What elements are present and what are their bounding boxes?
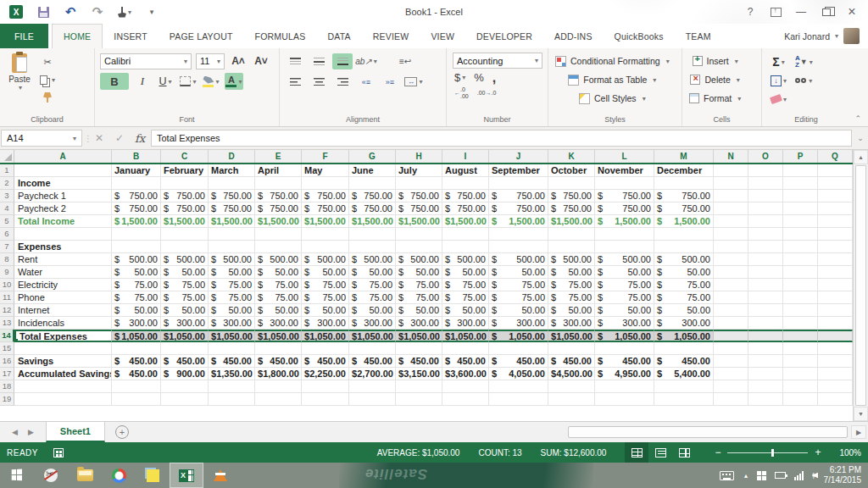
cell-L17[interactable]: $4,950.00	[595, 368, 654, 380]
cell-H3[interactable]: $750.00	[396, 190, 442, 202]
cell-E7[interactable]	[255, 241, 302, 253]
restore-icon[interactable]	[815, 3, 837, 20]
zoom-slider[interactable]	[727, 452, 808, 453]
cancel-icon[interactable]: ✕	[90, 130, 108, 147]
paste-button[interactable]: Paste ▾	[2, 51, 37, 92]
cell-P2[interactable]	[783, 177, 818, 190]
cell-J19[interactable]	[489, 393, 548, 406]
cell-F4[interactable]: $750.00	[302, 202, 349, 215]
cell-G14[interactable]: $1,050.00	[349, 330, 396, 342]
next-sheet-icon[interactable]: ▶	[28, 428, 34, 436]
cell-N11[interactable]	[714, 291, 748, 304]
cell-B13[interactable]: $300.00	[112, 317, 161, 330]
taskbar-chrome-icon[interactable]	[102, 463, 136, 488]
cell-K14[interactable]: $1,050.00	[548, 330, 595, 342]
cell-F17[interactable]: $2,250.00	[302, 368, 349, 380]
cell-J18[interactable]	[489, 380, 548, 393]
tab-page-layout[interactable]: PAGE LAYOUT	[159, 24, 244, 48]
cell-D17[interactable]: $1,350.00	[209, 368, 255, 380]
tab-developer[interactable]: DEVELOPER	[465, 24, 543, 48]
cell-F16[interactable]: $450.00	[302, 355, 349, 368]
bottom-align-icon[interactable]	[332, 53, 353, 69]
cell-L14[interactable]: $1,050.00	[595, 330, 654, 342]
tab-review[interactable]: REVIEW	[362, 24, 420, 48]
italic-button[interactable]: I	[133, 73, 152, 90]
cell-H1[interactable]: July	[396, 164, 442, 177]
cell-B9[interactable]: $50.00	[112, 266, 161, 279]
cell-C17[interactable]: $900.00	[161, 368, 209, 380]
cell-D11[interactable]: $75.00	[209, 291, 255, 304]
cell-B19[interactable]	[112, 393, 161, 406]
cell-I6[interactable]	[442, 228, 489, 241]
merge-center-icon[interactable]: ↔▾	[403, 74, 424, 90]
cell-J2[interactable]	[489, 177, 548, 190]
zoom-in-icon[interactable]: +	[815, 446, 821, 458]
cell-D14[interactable]: $1,050.00	[209, 330, 255, 342]
cell-P4[interactable]	[783, 202, 818, 215]
excel-logo-icon[interactable]: X	[8, 4, 24, 19]
cell-N19[interactable]	[714, 393, 748, 406]
cell-N3[interactable]	[714, 190, 748, 202]
cell-E12[interactable]: $50.00	[255, 304, 302, 317]
column-header-J[interactable]: J	[489, 150, 548, 163]
cell-A10[interactable]: Electricity	[14, 279, 112, 291]
cell-E6[interactable]	[255, 228, 302, 241]
cell-P12[interactable]	[783, 304, 818, 317]
conditional-formatting-button[interactable]: Conditional Formatting▾	[555, 53, 670, 69]
cell-P11[interactable]	[783, 291, 818, 304]
cell-O12[interactable]	[748, 304, 783, 317]
cell-C10[interactable]: $75.00	[161, 279, 209, 291]
customize-qat-icon[interactable]: ▾	[144, 4, 159, 19]
cell-I15[interactable]	[442, 342, 489, 355]
cell-N2[interactable]	[714, 177, 748, 190]
cell-E16[interactable]: $450.00	[255, 355, 302, 368]
cell-Q8[interactable]	[818, 253, 853, 266]
cell-C2[interactable]	[161, 177, 209, 190]
cell-J8[interactable]: $500.00	[489, 253, 548, 266]
cell-K5[interactable]: $1,500.00	[548, 215, 595, 228]
cell-P18[interactable]	[783, 380, 818, 393]
cell-O10[interactable]	[748, 279, 783, 291]
horizontal-scrollbar[interactable]: ▶	[568, 422, 868, 442]
cell-H7[interactable]	[396, 241, 442, 253]
zoom-out-icon[interactable]: −	[715, 446, 721, 458]
cell-O4[interactable]	[748, 202, 783, 215]
cell-P13[interactable]	[783, 317, 818, 330]
row-header-19[interactable]: 19	[0, 393, 14, 406]
cell-G7[interactable]	[349, 241, 396, 253]
cell-J10[interactable]: $75.00	[489, 279, 548, 291]
cell-H10[interactable]: $75.00	[396, 279, 442, 291]
copy-icon[interactable]: ▾	[37, 72, 58, 87]
column-header-O[interactable]: O	[748, 150, 783, 163]
cell-I16[interactable]: $450.00	[442, 355, 489, 368]
cell-L18[interactable]	[595, 380, 654, 393]
cell-G16[interactable]: $450.00	[349, 355, 396, 368]
cell-J17[interactable]: $4,050.00	[489, 368, 548, 380]
cell-N9[interactable]	[714, 266, 748, 279]
cell-P16[interactable]	[783, 355, 818, 368]
cell-P3[interactable]	[783, 190, 818, 202]
cell-L3[interactable]: $750.00	[595, 190, 654, 202]
cell-P1[interactable]	[783, 164, 818, 177]
cell-F7[interactable]	[302, 241, 349, 253]
cell-D2[interactable]	[209, 177, 255, 190]
cell-J7[interactable]	[489, 241, 548, 253]
cell-E17[interactable]: $1,800.00	[255, 368, 302, 380]
cell-Q3[interactable]	[818, 190, 853, 202]
borders-button[interactable]: ▾	[179, 73, 198, 90]
cell-D13[interactable]: $300.00	[209, 317, 255, 330]
cell-E19[interactable]	[255, 393, 302, 406]
scroll-right-icon[interactable]: ▶	[851, 425, 866, 439]
cell-K8[interactable]: $500.00	[548, 253, 595, 266]
cell-M19[interactable]	[654, 393, 714, 406]
cell-L9[interactable]: $50.00	[595, 266, 654, 279]
cell-Q4[interactable]	[818, 202, 853, 215]
cell-D8[interactable]: $500.00	[209, 253, 255, 266]
cell-H5[interactable]: $1,500.00	[396, 215, 442, 228]
row-header-15[interactable]: 15	[0, 342, 14, 355]
cell-E11[interactable]: $75.00	[255, 291, 302, 304]
tab-insert[interactable]: INSERT	[103, 24, 159, 48]
tab-home[interactable]: HOME	[52, 24, 103, 48]
minimize-icon[interactable]: —	[790, 3, 812, 20]
column-header-F[interactable]: F	[302, 150, 349, 163]
